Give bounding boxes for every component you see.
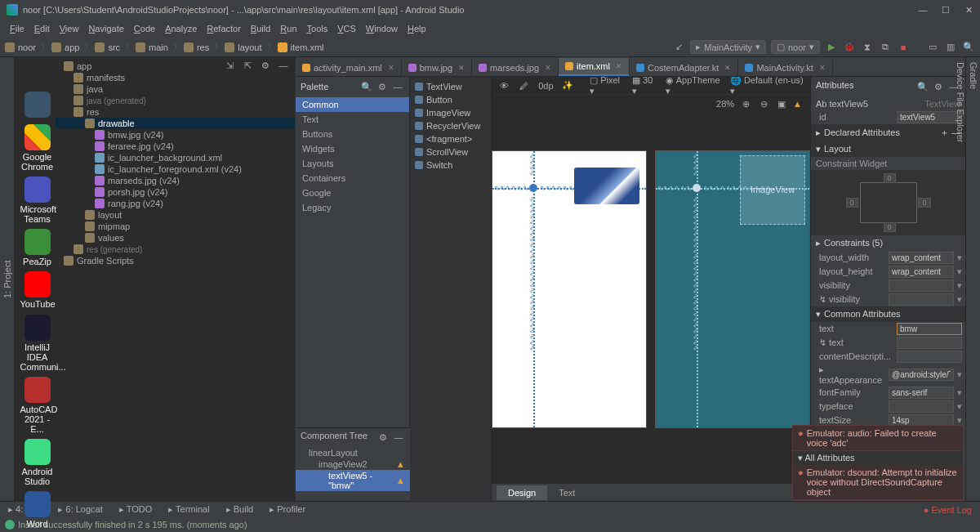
editor-tab[interactable]: item.xml✕ xyxy=(559,58,630,76)
tool-tab[interactable]: 1: Project xyxy=(1,57,14,501)
avd-icon[interactable]: ▭ xyxy=(926,41,939,54)
tool-tab[interactable]: Gradle xyxy=(967,57,980,501)
breadcrumb-item[interactable]: main xyxy=(136,42,168,52)
footer-tab[interactable]: ▸ Terminal xyxy=(160,504,217,515)
warning-icon[interactable]: ▲ xyxy=(793,99,802,109)
palette-category[interactable]: Widgets xyxy=(296,141,409,156)
project-node[interactable]: rang.jpg (v24) xyxy=(56,198,295,209)
project-node[interactable]: values xyxy=(56,232,295,244)
palette-category[interactable]: Buttons xyxy=(296,127,409,141)
menu-tools[interactable]: Tools xyxy=(302,24,333,34)
menu-code[interactable]: Code xyxy=(129,24,160,34)
breadcrumb-item[interactable]: layout xyxy=(225,42,261,52)
breadcrumb-item[interactable]: noor xyxy=(5,42,36,52)
desktop-shortcut[interactable]: AutoCAD 2021 - E... xyxy=(20,377,55,434)
zoom-in-icon[interactable]: ⊕ xyxy=(739,97,752,110)
tool-tab[interactable]: Resource Manager xyxy=(0,57,1,501)
text-tab[interactable]: Text xyxy=(547,485,586,500)
stop-icon[interactable]: ■ xyxy=(897,41,910,54)
zoom-out-icon[interactable]: ⊖ xyxy=(757,97,770,110)
component-node[interactable]: textView5 - "bmw"▲ xyxy=(296,470,410,491)
editor-tab[interactable]: CostemAdapter.kt✕ xyxy=(630,60,738,76)
search-icon[interactable]: 🔍 xyxy=(962,41,975,54)
menu-navigate[interactable]: Navigate xyxy=(83,24,128,34)
project-node[interactable]: ic_launcher_foreground.xml (v24) xyxy=(56,163,295,175)
palette-hide-icon[interactable]: — xyxy=(391,80,404,93)
device-dropdown[interactable]: ▢noor▾ xyxy=(771,40,820,54)
sync-icon[interactable]: ↙ xyxy=(672,41,685,54)
run-config-dropdown[interactable]: ▸MainActivity▾ xyxy=(690,40,766,54)
project-node[interactable]: drawable xyxy=(56,118,295,129)
palette-item[interactable]: RecyclerView xyxy=(410,119,491,132)
run-icon[interactable]: ▶ xyxy=(825,41,838,54)
attr-input[interactable] xyxy=(889,252,954,264)
palette-category[interactable]: Layouts xyxy=(296,156,409,171)
desktop-shortcut[interactable]: Google Chrome xyxy=(20,124,55,172)
project-node[interactable]: res xyxy=(56,106,295,118)
project-node[interactable]: java (generated) xyxy=(56,95,295,106)
project-node[interactable]: porsh.jpg (v24) xyxy=(56,186,295,198)
desktop-shortcut[interactable]: Word xyxy=(20,491,55,529)
attr-input[interactable] xyxy=(897,337,962,349)
desktop-shortcut[interactable]: PeaZip xyxy=(20,229,55,266)
menu-window[interactable]: Window xyxy=(361,24,403,34)
project-node[interactable]: feraree.jpg (v24) xyxy=(56,141,295,152)
menu-refactor[interactable]: Refactor xyxy=(202,24,246,34)
palette-item[interactable]: Button xyxy=(410,93,491,106)
event-log-tab[interactable]: ● Event Log xyxy=(924,505,980,515)
palette-item[interactable]: TextView xyxy=(410,80,491,93)
design-preview[interactable]: ∿∿∿∿∿∿ ∿∿∿∿∿∿∿∿∿∿∿∿ ∿∿∿∿ ∿∿∿∿∿∿∿∿∿∿∿∿∿∿∿… xyxy=(492,150,647,428)
palette-item[interactable]: Switch xyxy=(410,159,491,172)
blueprint-preview[interactable]: ∿∿∿∿∿∿ ∿∿∿∿∿∿∿∿∿∿∿∿ ∿∿∿∿ ∿∿∿∿∿∿∿∿∿∿∿∿∿∿∿… xyxy=(655,150,810,428)
margin-display[interactable]: 0dp xyxy=(538,81,553,91)
palette-gear-icon[interactable]: ⚙ xyxy=(376,81,389,94)
component-node[interactable]: imageView2▲ xyxy=(296,458,410,470)
attr-input[interactable] xyxy=(889,369,954,381)
attr-input[interactable] xyxy=(889,279,954,292)
menu-analyze[interactable]: Analyze xyxy=(160,24,202,34)
menu-build[interactable]: Build xyxy=(246,24,275,34)
wand-icon[interactable]: ✨ xyxy=(562,79,574,92)
editor-tab[interactable]: marseds.jpg✕ xyxy=(472,60,559,76)
ctree-gear-icon[interactable]: ⚙ xyxy=(376,431,390,445)
project-node[interactable]: app xyxy=(56,60,295,72)
ctree-hide-icon[interactable]: — xyxy=(392,431,405,444)
attr-input[interactable] xyxy=(897,323,962,335)
palette-item[interactable]: ScrollView xyxy=(410,145,491,159)
editor-tab[interactable]: MainActivity.kt✕ xyxy=(738,60,832,76)
project-node[interactable]: Gradle Scripts xyxy=(56,255,295,266)
palette-category[interactable]: Common xyxy=(296,97,409,112)
menu-run[interactable]: Run xyxy=(275,24,301,34)
design-tab[interactable]: Design xyxy=(497,485,547,500)
editor-tab[interactable]: bmw.jpg✕ xyxy=(402,60,472,76)
desktop-shortcut[interactable] xyxy=(20,92,55,119)
attr-input[interactable] xyxy=(889,266,954,278)
menu-vcs[interactable]: VCS xyxy=(332,24,361,34)
palette-category[interactable]: Containers xyxy=(296,171,409,186)
zoom-fit-icon[interactable]: ▣ xyxy=(775,97,788,110)
editor-tab[interactable]: activity_main.xml✕ xyxy=(296,60,402,76)
project-node[interactable]: mipmap xyxy=(56,221,295,232)
attr-input[interactable] xyxy=(889,293,954,306)
breadcrumb-item[interactable]: src xyxy=(95,42,120,52)
attr-input[interactable] xyxy=(889,387,954,399)
palette-category[interactable]: Google xyxy=(296,186,409,200)
component-node[interactable]: linearLayout xyxy=(296,447,410,458)
constraint-widget[interactable]: 0 0 0 0 xyxy=(811,170,965,235)
minimize-button[interactable]: — xyxy=(918,5,928,16)
desktop-shortcut[interactable]: Android Studio xyxy=(20,439,55,486)
desktop-shortcut[interactable]: IntelliJ IDEA Communi... xyxy=(20,315,55,372)
palette-category[interactable]: Text xyxy=(296,112,409,127)
breadcrumb-item[interactable]: res xyxy=(184,42,209,52)
attach-icon[interactable]: ⧉ xyxy=(879,41,892,54)
attr-input[interactable] xyxy=(889,400,954,413)
orientation-icon[interactable]: 🖉 xyxy=(519,79,531,92)
project-node[interactable]: res (generated) xyxy=(56,244,295,255)
project-node[interactable]: marseds.jpg (v24) xyxy=(56,175,295,186)
profile-icon[interactable]: ⧗ xyxy=(861,41,874,54)
attr-gear-icon[interactable]: ⚙ xyxy=(932,81,945,94)
breadcrumb-item[interactable]: app xyxy=(51,42,79,52)
attr-input[interactable] xyxy=(897,351,962,363)
footer-tab[interactable]: ▸ Profiler xyxy=(261,504,314,515)
desktop-shortcut[interactable]: YouTube xyxy=(20,271,55,309)
